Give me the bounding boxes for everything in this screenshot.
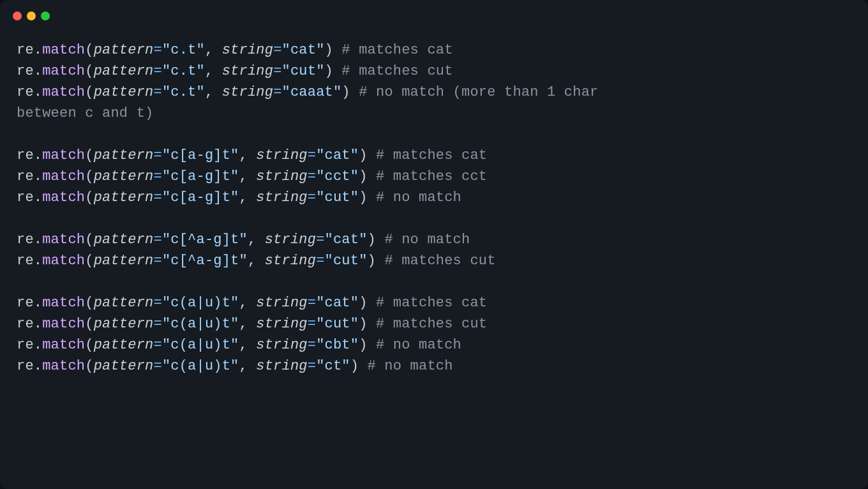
code-comment: # matches cct [376, 169, 487, 184]
dot-punct: . [34, 316, 42, 332]
param-pattern: pattern [94, 84, 154, 100]
code-line: re.match(pattern="c[a-g]t", string="cut"… [17, 187, 851, 208]
code-line: re.match(pattern="c[a-g]t", string="cct"… [17, 166, 851, 187]
paren-close: ) [359, 316, 376, 332]
param-string: string [256, 337, 307, 353]
paren-close: ) [325, 63, 342, 79]
dot-punct: . [34, 232, 42, 248]
code-line [17, 208, 851, 229]
equals-op: = [273, 63, 281, 79]
param-string: string [222, 84, 273, 100]
param-string: string [256, 147, 307, 163]
equals-op: = [308, 358, 316, 374]
code-comment: between c and t) [17, 105, 153, 121]
comma-punct: , [239, 190, 257, 206]
string-literal: "c.t" [162, 84, 205, 100]
param-string: string [222, 42, 273, 58]
string-literal: "cct" [316, 169, 359, 184]
code-line: re.match(pattern="c.t", string="cut") # … [17, 61, 851, 82]
equals-op: = [273, 84, 281, 100]
param-pattern: pattern [94, 63, 154, 79]
equals-op: = [153, 316, 161, 332]
param-pattern: pattern [94, 42, 154, 58]
function-name: match [42, 232, 85, 248]
string-literal: "c[a-g]t" [162, 147, 239, 163]
code-comment: # no match [376, 337, 461, 353]
paren-open: ( [85, 316, 93, 332]
function-name: match [42, 337, 85, 353]
paren-close: ) [368, 253, 385, 269]
code-window: re.match(pattern="c.t", string="cat") # … [0, 0, 868, 489]
window-titlebar [0, 0, 868, 27]
module-name: re [17, 358, 34, 374]
equals-op: = [153, 337, 161, 353]
comma-punct: , [248, 232, 265, 248]
code-block: re.match(pattern="c.t", string="cat") # … [0, 27, 868, 393]
string-literal: "c.t" [162, 63, 205, 79]
module-name: re [17, 253, 34, 269]
code-comment: # no match [384, 232, 470, 248]
param-string: string [256, 358, 307, 374]
code-line: re.match(pattern="c(a|u)t", string="ct")… [17, 356, 851, 377]
string-literal: "c[a-g]t" [162, 169, 239, 184]
dot-punct: . [34, 147, 42, 163]
param-pattern: pattern [94, 358, 154, 374]
function-name: match [42, 253, 85, 269]
function-name: match [42, 169, 85, 184]
close-icon[interactable] [13, 11, 22, 20]
dot-punct: . [34, 63, 42, 79]
equals-op: = [308, 169, 316, 184]
param-pattern: pattern [94, 169, 154, 184]
code-line: re.match(pattern="c(a|u)t", string="cut"… [17, 313, 851, 335]
string-literal: "c[^a-g]t" [162, 232, 248, 248]
paren-open: ( [85, 42, 93, 58]
param-pattern: pattern [94, 232, 154, 248]
param-pattern: pattern [94, 147, 154, 163]
code-line: re.match(pattern="c[^a-g]t", string="cut… [17, 250, 851, 271]
module-name: re [17, 147, 34, 163]
equals-op: = [308, 316, 316, 332]
equals-op: = [316, 253, 324, 269]
param-string: string [222, 63, 273, 79]
param-string: string [256, 190, 307, 206]
equals-op: = [153, 358, 161, 374]
equals-op: = [308, 190, 316, 206]
dot-punct: . [34, 190, 42, 206]
param-pattern: pattern [94, 295, 154, 311]
string-literal: "c(a|u)t" [162, 295, 239, 311]
param-pattern: pattern [94, 337, 154, 353]
paren-open: ( [85, 232, 93, 248]
code-comment: # no match (more than 1 char [359, 84, 607, 100]
string-literal: "cat" [316, 147, 359, 163]
string-literal: "c(a|u)t" [162, 358, 239, 374]
paren-open: ( [85, 295, 93, 311]
code-line [17, 124, 851, 145]
module-name: re [17, 232, 34, 248]
module-name: re [17, 316, 34, 332]
dot-punct: . [34, 84, 42, 100]
comma-punct: , [248, 253, 265, 269]
module-name: re [17, 42, 34, 58]
paren-open: ( [85, 358, 93, 374]
minimize-icon[interactable] [27, 11, 36, 20]
maximize-icon[interactable] [41, 11, 50, 20]
string-literal: "cat" [316, 295, 359, 311]
dot-punct: . [34, 358, 42, 374]
function-name: match [42, 358, 85, 374]
code-line: between c and t) [17, 103, 851, 124]
comma-punct: , [239, 316, 257, 332]
paren-open: ( [85, 337, 93, 353]
equals-op: = [153, 190, 161, 206]
equals-op: = [273, 42, 281, 58]
paren-close: ) [359, 169, 376, 184]
function-name: match [42, 190, 85, 206]
paren-close: ) [325, 42, 342, 58]
param-string: string [265, 253, 316, 269]
paren-close: ) [359, 190, 376, 206]
module-name: re [17, 84, 34, 100]
equals-op: = [308, 295, 316, 311]
param-string: string [265, 232, 316, 248]
function-name: match [42, 295, 85, 311]
code-line: re.match(pattern="c[^a-g]t", string="cat… [17, 229, 851, 250]
string-literal: "cut" [316, 316, 359, 332]
